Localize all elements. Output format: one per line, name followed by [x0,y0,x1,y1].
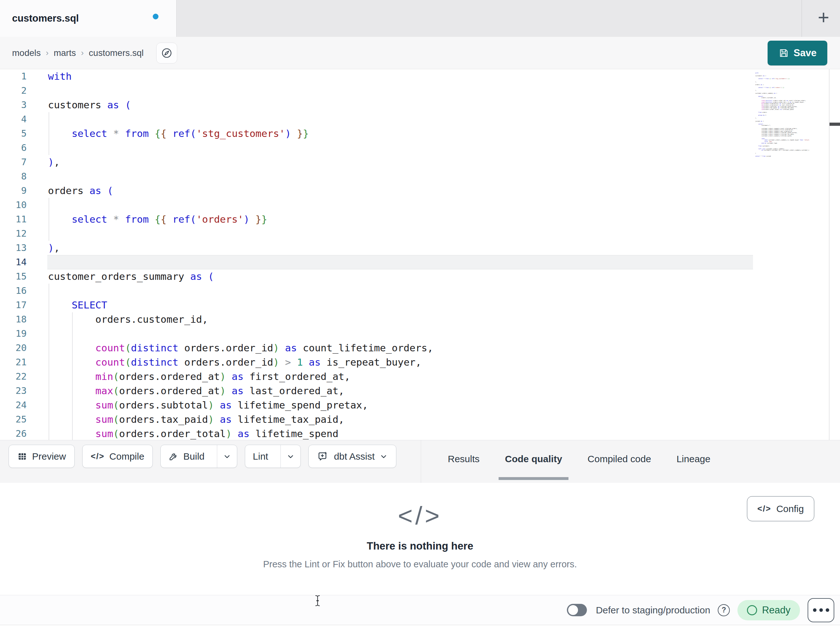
code-text: customer_orders_summary as ( [48,269,214,284]
minimap[interactable]: with customers as ( select * from {{ ref… [755,73,809,168]
code-text: sum(orders.order_total) as lifetime_spen… [48,427,338,440]
defer-toggle[interactable] [567,604,587,616]
editor-scrollbar-thumb[interactable] [829,123,840,126]
code-line-25[interactable]: 25 sum(orders.tax_paid) as lifetime_tax_… [0,412,840,427]
code-line-8[interactable]: 8 [0,169,840,183]
code-brackets-icon: </> [0,501,840,530]
code-line-5[interactable]: 5 select * from {{ ref('stg_customers') … [0,127,840,141]
table-icon [17,451,27,462]
indent-guide [49,327,49,341]
code-text: ), [48,155,60,169]
build-button[interactable]: Build [161,445,212,468]
lint-label: Lint [253,451,268,462]
status-bar: Defer to staging/production ? Ready [0,595,840,625]
line-number: 16 [0,284,27,298]
code-text: select * from {{ ref('orders') }} [48,212,267,226]
results-panel: </> Config </> There is nothing here Pre… [0,483,840,595]
breadcrumb-item-models[interactable]: models [12,48,41,58]
code-line-7[interactable]: 7), [0,155,840,169]
tab-customers-sql[interactable]: customers.sql [0,0,177,37]
code-text: min(orders.ordered_at) as first_ordered_… [48,369,350,384]
line-number: 19 [0,327,27,341]
code-text: sum(orders.tax_paid) as lifetime_tax_pai… [48,412,344,427]
code-editor[interactable]: 1with23customers as (45 select * from {{… [0,69,840,440]
indent-guide [49,226,49,241]
help-icon[interactable]: ? [718,604,730,616]
code-line-19[interactable]: 19 [0,327,840,341]
code-text: count(distinct orders.order_id) > 1 as i… [48,355,422,369]
save-label: Save [794,47,816,59]
panel-tab-code-quality[interactable]: Code quality [499,440,568,483]
more-options-button[interactable] [808,598,834,622]
status-bar-right: Defer to staging/production ? Ready [567,595,834,625]
code-line-18[interactable]: 18 orders.customer_id, [0,312,840,327]
new-tab-button[interactable]: + [807,0,840,37]
status-badge[interactable]: Ready [737,600,800,620]
indent-guide [49,284,49,298]
lint-button[interactable]: Lint [245,445,276,468]
save-button[interactable]: Save [767,41,827,65]
code-text: customers as ( [48,98,131,112]
build-label: Build [183,451,205,462]
code-line-20[interactable]: 20 count(distinct orders.order_id) as co… [0,341,840,355]
line-number: 6 [0,141,27,155]
code-line-12[interactable]: 12 [0,226,840,241]
line-number: 18 [0,312,27,327]
assist-chat-sparkle-icon [317,451,329,462]
compile-button[interactable]: </> Compile [82,445,153,468]
code-line-17[interactable]: 17 SELECT [0,298,840,312]
breadcrumb-item-customers-sql[interactable]: customers.sql [89,48,144,58]
dbt-assist-button[interactable]: dbt Assist [308,445,396,468]
line-number: 7 [0,155,27,169]
breadcrumb-bar: models›marts›customers.sql Save [0,37,840,69]
line-number: 5 [0,127,27,141]
code-line-2[interactable]: 2 [0,84,840,98]
code-text: orders as ( [48,183,113,198]
line-number: 4 [0,112,27,127]
editor-tab-bar: customers.sql + [0,0,840,37]
build-dropdown-button[interactable] [217,445,237,468]
preview-button[interactable]: Preview [9,445,75,468]
empty-state: </> There is nothing here Press the Lint… [0,483,840,569]
code-text: select * from {{ ref('stg_customers') }} [48,127,309,141]
tabbar-divider [802,0,802,37]
active-line-highlight [47,255,753,269]
breadcrumb-item-marts[interactable]: marts [54,48,76,58]
code-line-15[interactable]: 15customer_orders_summary as ( [0,269,840,284]
code-line-4[interactable]: 4 [0,112,840,127]
code-line-13[interactable]: 13), [0,241,840,255]
bottom-toolbar: Preview </> Compile Build [0,440,840,483]
code-line-6[interactable]: 6 [0,141,840,155]
code-text: ), [48,241,60,255]
code-text: max(orders.ordered_at) as last_ordered_a… [48,384,344,398]
line-number: 8 [0,169,27,183]
ready-label: Ready [762,604,791,616]
code-line-1[interactable]: 1with [0,69,840,84]
line-number: 9 [0,183,27,198]
code-line-24[interactable]: 24 sum(orders.subtotal) as lifetime_spen… [0,398,840,412]
code-line-23[interactable]: 23 max(orders.ordered_at) as last_ordere… [0,384,840,398]
line-number: 22 [0,369,27,384]
empty-state-title: There is nothing here [0,540,840,552]
code-line-22[interactable]: 22 min(orders.ordered_at) as first_order… [0,369,840,384]
code-line-3[interactable]: 3customers as ( [0,98,840,112]
lint-dropdown-button[interactable] [280,445,300,468]
code-line-21[interactable]: 21 count(distinct orders.order_id) > 1 a… [0,355,840,369]
code-line-11[interactable]: 11 select * from {{ ref('orders') }} [0,212,840,226]
code-line-10[interactable]: 10 [0,198,840,212]
unsaved-changes-dot-icon [153,14,158,19]
panel-tab-results[interactable]: Results [441,440,486,483]
panel-tab-compiled-code[interactable]: Compiled code [581,440,657,483]
code-line-16[interactable]: 16 [0,284,840,298]
panel-tab-lineage[interactable]: Lineage [670,440,717,483]
code-line-26[interactable]: 26 sum(orders.order_total) as lifetime_s… [0,427,840,440]
compile-label: Compile [109,451,144,462]
code-line-14[interactable]: 14 [0,255,840,269]
explore-lineage-button[interactable] [156,43,177,63]
code-line-9[interactable]: 9orders as ( [0,183,840,198]
toolbar-buttons: Preview </> Compile Build [9,445,396,468]
empty-state-subtitle: Press the Lint or Fix button above to ev… [0,559,840,569]
indent-guide [49,112,49,127]
line-number: 14 [0,255,27,269]
code-text: with [48,69,72,84]
